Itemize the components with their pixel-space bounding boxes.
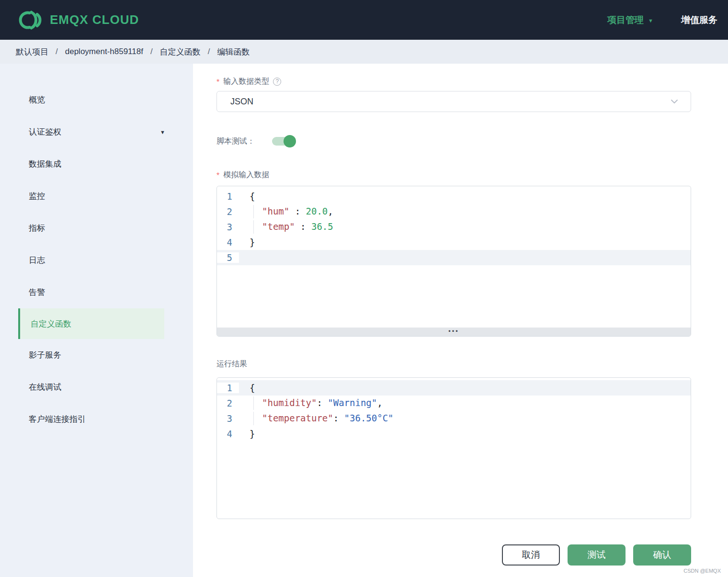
required-asterisk: * xyxy=(216,78,219,87)
sidebar-item-3[interactable]: 监控 xyxy=(0,180,193,212)
sidebar-item-1[interactable]: 认证鉴权▼ xyxy=(0,116,193,148)
code-token-plain: } xyxy=(250,429,255,439)
line-number: 2 xyxy=(217,398,239,408)
code-token-plain: : xyxy=(289,206,306,216)
code-line[interactable]: 4} xyxy=(217,426,691,441)
sidebar-item-label: 告警 xyxy=(29,287,45,298)
code-token-plain: { xyxy=(250,383,255,393)
breadcrumb-item[interactable]: 自定义函数 xyxy=(160,46,201,57)
code-token-plain: , xyxy=(328,206,333,216)
line-number: 1 xyxy=(217,383,239,393)
code-token-str: "36.50°C" xyxy=(344,413,394,423)
line-number: 1 xyxy=(217,191,239,202)
line-number: 2 xyxy=(217,206,239,217)
breadcrumb-separator: / xyxy=(56,47,58,57)
code-content: "temperature": "36.50°C" xyxy=(239,412,394,425)
sidebar-item-8[interactable]: 影子服务 xyxy=(0,339,193,371)
code-content: "humidity": "Warning", xyxy=(239,396,383,410)
code-line[interactable]: 2"hum" : 20.0, xyxy=(217,204,691,219)
run-result-label: 运行结果 xyxy=(216,359,247,369)
toggle-knob xyxy=(284,135,296,147)
code-token-plain: : xyxy=(333,413,344,423)
confirm-button[interactable]: 确认 xyxy=(633,544,691,566)
line-number: 5 xyxy=(217,252,239,263)
sidebar-item-label: 影子服务 xyxy=(29,350,61,361)
indent-guide xyxy=(253,412,262,425)
code-line[interactable]: 4} xyxy=(217,235,691,250)
project-management-label: 项目管理 xyxy=(607,14,644,26)
sidebar-item-4[interactable]: 指标 xyxy=(0,212,193,244)
code-token-key: "temp" xyxy=(262,221,295,232)
indent-guide xyxy=(253,396,262,410)
resize-dots-icon: ••• xyxy=(448,329,459,334)
editor-resize-handle[interactable]: ••• xyxy=(217,328,691,336)
breadcrumb-separator: / xyxy=(208,47,210,57)
line-number: 4 xyxy=(217,237,239,248)
brand-name: EMQX CLOUD xyxy=(50,12,139,27)
brand: EMQX CLOUD xyxy=(15,9,139,32)
run-result-label-row: 运行结果 xyxy=(216,359,691,369)
sidebar-item-2[interactable]: 数据集成 xyxy=(0,148,193,180)
cancel-button[interactable]: 取消 xyxy=(502,544,560,566)
breadcrumb-separator: / xyxy=(150,47,153,57)
input-type-select[interactable]: JSON xyxy=(216,91,691,112)
sidebar-item-label: 监控 xyxy=(29,191,45,202)
project-management-menu[interactable]: 项目管理 ▼ xyxy=(607,14,653,26)
code-line[interactable]: 1{ xyxy=(217,189,691,204)
input-type-label-row: * 输入数据类型 ? xyxy=(216,76,691,87)
code-token-key: "humidity" xyxy=(262,397,317,408)
code-line[interactable]: 3"temp" : 36.5 xyxy=(217,219,691,235)
indent-guide xyxy=(253,205,262,218)
input-type-value: JSON xyxy=(230,97,253,107)
code-content: { xyxy=(239,191,255,202)
code-content: } xyxy=(239,429,255,439)
code-line[interactable]: 2"humidity": "Warning", xyxy=(217,396,691,411)
script-test-label: 脚本测试： xyxy=(216,136,255,147)
emqx-logo-icon xyxy=(15,9,42,32)
code-line[interactable]: 3"temperature": "36.50°C" xyxy=(217,411,691,426)
breadcrumb-item[interactable]: 默认项目 xyxy=(16,46,48,57)
code-line[interactable]: 1{ xyxy=(217,380,691,396)
indent-guide xyxy=(253,220,262,234)
help-icon[interactable]: ? xyxy=(273,78,281,86)
sim-input-editor[interactable]: 1{2"hum" : 20.0,3"temp" : 36.54}5 ••• xyxy=(216,186,691,337)
input-type-label: 输入数据类型 xyxy=(223,77,269,87)
line-number: 3 xyxy=(217,413,239,424)
line-number: 4 xyxy=(217,429,239,439)
code-content: "temp" : 36.5 xyxy=(239,220,333,234)
code-content: { xyxy=(239,383,255,393)
script-test-toggle[interactable] xyxy=(272,137,295,146)
value-added-services-link[interactable]: 增值服务 xyxy=(681,14,717,26)
code-token-plain: : xyxy=(295,221,311,232)
code-token-num: 36.5 xyxy=(311,221,333,232)
main-content: * 输入数据类型 ? JSON 脚本测试： * 模拟输入数据 1{2"hum" … xyxy=(193,64,728,577)
code-token-key: "hum" xyxy=(262,206,289,216)
breadcrumb-item[interactable]: deployment-h859118f xyxy=(65,47,143,57)
breadcrumb-item[interactable]: 编辑函数 xyxy=(217,46,250,57)
run-result-editor[interactable]: 1{2"humidity": "Warning",3"temperature":… xyxy=(216,377,691,519)
code-token-plain: } xyxy=(250,237,255,248)
sim-input-label-row: * 模拟输入数据 xyxy=(216,170,691,180)
code-token-str: "Warning" xyxy=(328,397,377,408)
top-navbar: EMQX CLOUD 项目管理 ▼ 增值服务 xyxy=(0,0,728,40)
sidebar-item-label: 日志 xyxy=(29,255,45,266)
chevron-down-icon xyxy=(671,99,678,104)
code-token-plain: { xyxy=(250,191,255,202)
line-number: 3 xyxy=(217,222,239,232)
sidebar-item-5[interactable]: 日志 xyxy=(0,244,193,276)
sidebar-item-10[interactable]: 客户端连接指引 xyxy=(0,403,193,435)
test-button[interactable]: 测试 xyxy=(568,544,626,566)
sidebar-item-0[interactable]: 概览 xyxy=(0,84,193,116)
sidebar-item-6[interactable]: 告警 xyxy=(0,276,193,308)
sidebar-item-9[interactable]: 在线调试 xyxy=(0,371,193,403)
caret-down-icon: ▼ xyxy=(160,129,165,135)
code-content: "hum" : 20.0, xyxy=(239,205,333,218)
watermark: CSDN @EMQX xyxy=(683,568,721,574)
sim-input-label: 模拟输入数据 xyxy=(223,170,269,180)
code-token-plain: : xyxy=(317,397,328,408)
sidebar-item-label: 客户端连接指引 xyxy=(29,414,86,425)
sidebar-item-label: 自定义函数 xyxy=(31,318,71,329)
sidebar-item-label: 在线调试 xyxy=(29,382,61,393)
sidebar-item-7[interactable]: 自定义函数 xyxy=(18,308,164,339)
code-line[interactable]: 5 xyxy=(217,250,691,265)
